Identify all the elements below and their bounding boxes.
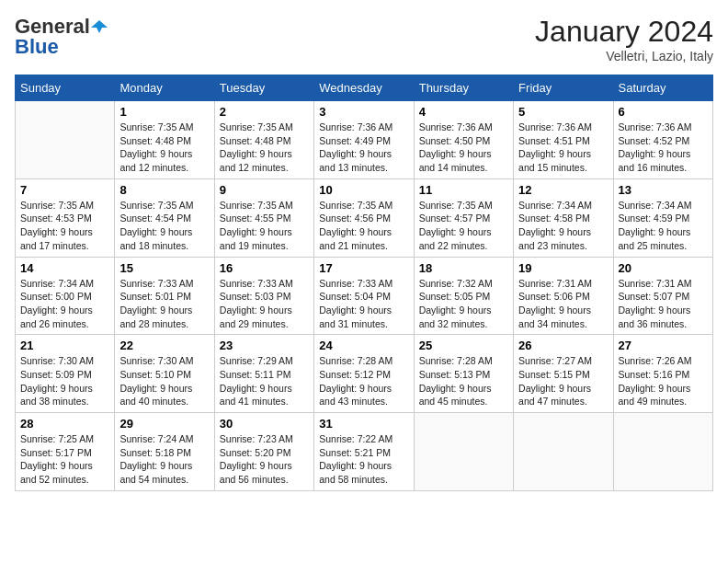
page-header: General Blue January 2024 Velletri, Lazi… bbox=[15, 15, 713, 63]
day-number: 12 bbox=[518, 183, 608, 197]
calendar-cell: 25Sunrise: 7:28 AMSunset: 5:13 PMDayligh… bbox=[414, 335, 513, 413]
day-number: 26 bbox=[518, 339, 608, 352]
calendar-cell bbox=[414, 413, 513, 491]
calendar-cell bbox=[613, 413, 712, 491]
day-number: 21 bbox=[20, 339, 109, 352]
calendar-cell: 18Sunrise: 7:32 AMSunset: 5:05 PMDayligh… bbox=[414, 257, 513, 335]
day-number: 20 bbox=[619, 261, 708, 275]
calendar-cell: 6Sunrise: 7:36 AMSunset: 4:52 PMDaylight… bbox=[613, 101, 712, 179]
day-number: 15 bbox=[119, 261, 209, 275]
calendar-cell: 5Sunrise: 7:36 AMSunset: 4:51 PMDaylight… bbox=[514, 101, 613, 179]
day-info: Sunrise: 7:31 AMSunset: 5:07 PMDaylight:… bbox=[619, 277, 708, 331]
calendar-cell: 4Sunrise: 7:36 AMSunset: 4:50 PMDaylight… bbox=[414, 101, 513, 179]
day-number: 24 bbox=[319, 339, 408, 352]
calendar-cell: 28Sunrise: 7:25 AMSunset: 5:17 PMDayligh… bbox=[16, 413, 115, 491]
day-info: Sunrise: 7:35 AMSunset: 4:56 PMDaylight:… bbox=[319, 199, 408, 253]
calendar-cell: 29Sunrise: 7:24 AMSunset: 5:18 PMDayligh… bbox=[115, 413, 214, 491]
calendar-cell: 24Sunrise: 7:28 AMSunset: 5:12 PMDayligh… bbox=[314, 335, 414, 413]
day-info: Sunrise: 7:28 AMSunset: 5:13 PMDaylight:… bbox=[419, 354, 508, 408]
day-number: 22 bbox=[119, 339, 209, 352]
day-info: Sunrise: 7:28 AMSunset: 5:12 PMDaylight:… bbox=[319, 354, 408, 408]
calendar-cell bbox=[16, 101, 115, 179]
day-number: 2 bbox=[220, 105, 309, 119]
calendar-cell: 2Sunrise: 7:35 AMSunset: 4:48 PMDaylight… bbox=[214, 101, 313, 179]
calendar-cell: 7Sunrise: 7:35 AMSunset: 4:53 PMDaylight… bbox=[16, 178, 115, 257]
calendar-cell: 13Sunrise: 7:34 AMSunset: 4:59 PMDayligh… bbox=[613, 178, 712, 257]
location-text: Velletri, Lazio, Italy bbox=[535, 49, 713, 63]
day-info: Sunrise: 7:22 AMSunset: 5:21 PMDaylight:… bbox=[319, 432, 408, 487]
day-number: 10 bbox=[319, 183, 408, 197]
day-number: 4 bbox=[419, 105, 508, 119]
day-info: Sunrise: 7:36 AMSunset: 4:52 PMDaylight:… bbox=[619, 121, 708, 175]
day-number: 28 bbox=[20, 417, 109, 431]
weekday-header-thursday: Thursday bbox=[414, 75, 513, 101]
weekday-header-monday: Monday bbox=[115, 75, 214, 101]
calendar-cell: 26Sunrise: 7:27 AMSunset: 5:15 PMDayligh… bbox=[514, 335, 613, 413]
calendar-cell: 17Sunrise: 7:33 AMSunset: 5:04 PMDayligh… bbox=[314, 257, 414, 335]
day-number: 6 bbox=[619, 105, 708, 119]
day-info: Sunrise: 7:34 AMSunset: 4:59 PMDaylight:… bbox=[619, 199, 708, 253]
day-number: 3 bbox=[319, 105, 408, 119]
week-row-3: 14Sunrise: 7:34 AMSunset: 5:00 PMDayligh… bbox=[16, 257, 713, 335]
day-info: Sunrise: 7:36 AMSunset: 4:50 PMDaylight:… bbox=[419, 121, 508, 175]
weekday-header-sunday: Sunday bbox=[16, 75, 115, 101]
svg-marker-0 bbox=[91, 20, 108, 33]
day-number: 5 bbox=[518, 105, 608, 119]
day-number: 30 bbox=[220, 417, 309, 431]
day-number: 25 bbox=[419, 339, 508, 352]
calendar-cell: 11Sunrise: 7:35 AMSunset: 4:57 PMDayligh… bbox=[414, 178, 513, 257]
day-info: Sunrise: 7:33 AMSunset: 5:01 PMDaylight:… bbox=[119, 277, 209, 331]
calendar-cell: 23Sunrise: 7:29 AMSunset: 5:11 PMDayligh… bbox=[214, 335, 313, 413]
day-number: 8 bbox=[119, 183, 209, 197]
day-info: Sunrise: 7:35 AMSunset: 4:53 PMDaylight:… bbox=[20, 199, 109, 253]
day-info: Sunrise: 7:34 AMSunset: 5:00 PMDaylight:… bbox=[20, 277, 109, 331]
day-info: Sunrise: 7:34 AMSunset: 4:58 PMDaylight:… bbox=[518, 199, 608, 253]
day-number: 29 bbox=[119, 417, 209, 431]
day-number: 13 bbox=[619, 183, 708, 197]
day-number: 18 bbox=[419, 261, 508, 275]
calendar-cell: 30Sunrise: 7:23 AMSunset: 5:20 PMDayligh… bbox=[214, 413, 313, 491]
day-number: 19 bbox=[518, 261, 608, 275]
day-info: Sunrise: 7:36 AMSunset: 4:51 PMDaylight:… bbox=[518, 121, 608, 175]
calendar-cell: 16Sunrise: 7:33 AMSunset: 5:03 PMDayligh… bbox=[214, 257, 313, 335]
day-number: 11 bbox=[419, 183, 508, 197]
day-info: Sunrise: 7:23 AMSunset: 5:20 PMDaylight:… bbox=[220, 432, 309, 487]
calendar-cell: 9Sunrise: 7:35 AMSunset: 4:55 PMDaylight… bbox=[214, 178, 313, 257]
day-number: 1 bbox=[119, 105, 209, 119]
calendar-cell: 27Sunrise: 7:26 AMSunset: 5:16 PMDayligh… bbox=[613, 335, 712, 413]
logo-bird-icon bbox=[91, 18, 108, 35]
day-info: Sunrise: 7:32 AMSunset: 5:05 PMDaylight:… bbox=[419, 277, 508, 331]
week-row-5: 28Sunrise: 7:25 AMSunset: 5:17 PMDayligh… bbox=[16, 413, 713, 491]
weekday-header-saturday: Saturday bbox=[613, 75, 712, 101]
day-info: Sunrise: 7:31 AMSunset: 5:06 PMDaylight:… bbox=[518, 277, 608, 331]
weekday-header-tuesday: Tuesday bbox=[214, 75, 313, 101]
day-info: Sunrise: 7:35 AMSunset: 4:57 PMDaylight:… bbox=[419, 199, 508, 253]
calendar-cell: 22Sunrise: 7:30 AMSunset: 5:10 PMDayligh… bbox=[115, 335, 214, 413]
calendar-cell: 31Sunrise: 7:22 AMSunset: 5:21 PMDayligh… bbox=[314, 413, 414, 491]
day-info: Sunrise: 7:26 AMSunset: 5:16 PMDaylight:… bbox=[619, 354, 708, 408]
day-info: Sunrise: 7:25 AMSunset: 5:17 PMDaylight:… bbox=[20, 432, 109, 487]
calendar-cell: 12Sunrise: 7:34 AMSunset: 4:58 PMDayligh… bbox=[514, 178, 613, 257]
calendar-cell: 21Sunrise: 7:30 AMSunset: 5:09 PMDayligh… bbox=[16, 335, 115, 413]
day-info: Sunrise: 7:30 AMSunset: 5:10 PMDaylight:… bbox=[119, 354, 209, 408]
day-number: 7 bbox=[20, 183, 109, 197]
calendar-cell: 15Sunrise: 7:33 AMSunset: 5:01 PMDayligh… bbox=[115, 257, 214, 335]
calendar-cell bbox=[514, 413, 613, 491]
day-info: Sunrise: 7:33 AMSunset: 5:03 PMDaylight:… bbox=[220, 277, 309, 331]
day-info: Sunrise: 7:27 AMSunset: 5:15 PMDaylight:… bbox=[518, 354, 608, 408]
week-row-4: 21Sunrise: 7:30 AMSunset: 5:09 PMDayligh… bbox=[16, 335, 713, 413]
week-row-1: 1Sunrise: 7:35 AMSunset: 4:48 PMDaylight… bbox=[16, 101, 713, 179]
day-info: Sunrise: 7:35 AMSunset: 4:48 PMDaylight:… bbox=[119, 121, 209, 175]
calendar-cell: 10Sunrise: 7:35 AMSunset: 4:56 PMDayligh… bbox=[314, 178, 414, 257]
calendar-cell: 1Sunrise: 7:35 AMSunset: 4:48 PMDaylight… bbox=[115, 101, 214, 179]
day-number: 23 bbox=[220, 339, 309, 352]
weekday-header-friday: Friday bbox=[514, 75, 613, 101]
day-info: Sunrise: 7:24 AMSunset: 5:18 PMDaylight:… bbox=[119, 432, 209, 487]
logo-blue-text: Blue bbox=[15, 35, 59, 59]
logo: General Blue bbox=[15, 15, 108, 59]
calendar-cell: 8Sunrise: 7:35 AMSunset: 4:54 PMDaylight… bbox=[115, 178, 214, 257]
day-info: Sunrise: 7:35 AMSunset: 4:55 PMDaylight:… bbox=[220, 199, 309, 253]
day-number: 17 bbox=[319, 261, 408, 275]
weekday-header-row: SundayMondayTuesdayWednesdayThursdayFrid… bbox=[16, 75, 713, 101]
day-number: 14 bbox=[20, 261, 109, 275]
